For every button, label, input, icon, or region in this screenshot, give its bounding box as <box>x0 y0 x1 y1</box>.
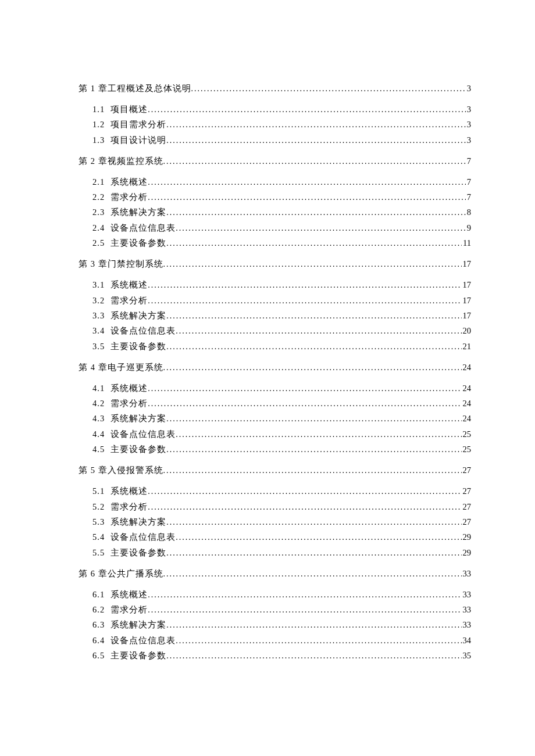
toc-entry-number: 第 1 章 <box>79 84 108 93</box>
toc-entry-number: 第 5 章 <box>79 466 108 475</box>
toc-dot-leader <box>166 135 466 146</box>
toc-dot-leader <box>148 104 466 116</box>
toc-entry-title: 主要设备参数 <box>110 443 166 456</box>
toc-chapter-row[interactable]: 第 5 章入侵报警系统27 <box>79 466 471 475</box>
toc-section-row[interactable]: 3.4设备点位信息表20 <box>79 325 471 337</box>
toc-section-row[interactable]: 6.2需求分析33 <box>79 604 471 616</box>
toc-entry-page: 17 <box>462 310 472 322</box>
toc-entry-number: 4.4 <box>92 428 105 440</box>
toc-entry-number: 4.5 <box>92 443 105 456</box>
toc-entry-title: 系统概述 <box>110 485 148 497</box>
toc-section-row[interactable]: 5.3系统解决方案27 <box>79 516 471 528</box>
toc-entry-page: 17 <box>462 260 472 268</box>
toc-dot-leader <box>166 444 461 456</box>
toc-entry-page: 21 <box>462 341 472 353</box>
toc-section-row[interactable]: 2.1系统概述7 <box>79 176 471 188</box>
toc-dot-leader <box>176 325 461 337</box>
toc-entry-page: 20 <box>462 325 472 337</box>
toc-section-row[interactable]: 6.4设备点位信息表34 <box>79 635 471 647</box>
toc-section-row[interactable]: 4.2需求分析24 <box>79 397 471 410</box>
toc-entry-number: 4.2 <box>92 397 105 410</box>
toc-section-row[interactable]: 1.2项目需求分析3 <box>79 119 471 131</box>
toc-dot-leader <box>176 635 461 647</box>
toc-entry-number: 6.3 <box>92 619 105 631</box>
toc-entry-page: 7 <box>466 191 471 203</box>
toc-entry-title: 需求分析 <box>110 604 148 616</box>
toc-entry-number: 2.4 <box>92 222 105 234</box>
toc-section-row[interactable]: 2.5主要设备参数11 <box>79 237 471 249</box>
toc-section-row[interactable]: 5.2需求分析27 <box>79 501 471 513</box>
toc-dot-leader <box>163 570 462 578</box>
toc-entry-number: 3.1 <box>92 279 105 291</box>
toc-entry-number: 6.2 <box>92 604 105 616</box>
toc-entry-number: 3.3 <box>92 310 105 322</box>
toc-section-row[interactable]: 4.4设备点位信息表25 <box>79 428 471 440</box>
toc-entry-number: 5.4 <box>92 531 105 543</box>
toc-dot-leader <box>148 589 461 601</box>
toc-entry-title: 系统解决方案 <box>110 310 166 322</box>
toc-dot-leader <box>166 413 461 425</box>
toc-section-row[interactable]: 2.2需求分析7 <box>79 191 471 203</box>
toc-dot-leader <box>148 604 461 616</box>
toc-chapter-row[interactable]: 第 3 章门禁控制系统17 <box>79 260 471 268</box>
toc-section-row[interactable]: 5.5主要设备参数29 <box>79 547 471 559</box>
toc-section-row[interactable]: 2.4设备点位信息表9 <box>79 222 471 234</box>
toc-dot-leader <box>148 177 466 188</box>
toc-entry-number: 2.1 <box>92 176 105 188</box>
toc-chapter-row[interactable]: 第 6 章公共广播系统33 <box>79 569 471 578</box>
toc-section-row[interactable]: 3.5主要设备参数21 <box>79 341 471 353</box>
toc-section-row[interactable]: 5.4设备点位信息表29 <box>79 531 471 543</box>
toc-entry-title: 主要设备参数 <box>110 650 166 662</box>
toc-entry-page: 7 <box>466 176 471 188</box>
toc-entry-page: 17 <box>462 279 472 291</box>
toc-chapter-row[interactable]: 第 4 章电子巡更系统24 <box>79 363 471 372</box>
toc-entry-page: 8 <box>466 206 471 218</box>
toc-entry-number: 2.2 <box>92 191 105 203</box>
toc-section-row[interactable]: 3.1系统概述17 <box>79 279 471 291</box>
toc-entry-page: 35 <box>462 650 472 662</box>
toc-dot-leader <box>166 207 466 218</box>
toc-section-row[interactable]: 4.3系统解决方案24 <box>79 413 471 425</box>
toc-entry-page: 27 <box>462 466 472 475</box>
toc-section-row[interactable]: 5.1系统概述27 <box>79 485 471 497</box>
toc-entry-page: 29 <box>462 547 472 559</box>
toc-entry-title: 设备点位信息表 <box>110 428 176 440</box>
toc-dot-leader <box>191 85 466 93</box>
toc-entry-title: 公共广播系统 <box>108 569 163 578</box>
toc-section-row[interactable]: 4.5主要设备参数25 <box>79 443 471 456</box>
toc-dot-leader <box>163 364 462 372</box>
toc-chapter-row[interactable]: 第 2 章视频监控系统7 <box>79 157 471 166</box>
toc-entry-title: 视频监控系统 <box>108 157 163 166</box>
toc-entry-number: 2.3 <box>92 206 105 218</box>
toc-entry-page: 33 <box>462 569 472 578</box>
toc-entry-title: 需求分析 <box>110 295 148 307</box>
toc-chapter-row[interactable]: 第 1 章工程概述及总体说明3 <box>79 84 471 93</box>
toc-section-row[interactable]: 3.3系统解决方案17 <box>79 310 471 322</box>
toc-entry-title: 主要设备参数 <box>110 547 166 559</box>
toc-section-row[interactable]: 4.1系统概述24 <box>79 382 471 395</box>
toc-entry-page: 3 <box>466 103 471 116</box>
toc-entry-title: 系统解决方案 <box>110 619 166 631</box>
toc-entry-number: 1.1 <box>92 103 105 116</box>
toc-dot-leader <box>166 119 466 131</box>
toc-entry-page: 34 <box>462 635 472 647</box>
toc-section-row[interactable]: 6.5主要设备参数35 <box>79 650 471 662</box>
toc-entry-title: 门禁控制系统 <box>108 260 163 268</box>
toc-entry-page: 24 <box>462 397 472 410</box>
toc-section-row[interactable]: 2.3系统解决方案8 <box>79 206 471 218</box>
toc-section-row[interactable]: 6.3系统解决方案33 <box>79 619 471 631</box>
toc-entry-title: 需求分析 <box>110 397 148 410</box>
toc-entry-page: 33 <box>462 589 472 601</box>
toc-entry-number: 第 3 章 <box>79 260 108 268</box>
toc-section-row[interactable]: 1.3项目设计说明3 <box>79 134 471 146</box>
toc-dot-leader <box>176 429 461 440</box>
toc-section-row[interactable]: 3.2需求分析17 <box>79 295 471 307</box>
toc-entry-title: 系统解决方案 <box>110 413 166 425</box>
toc-entry-title: 设备点位信息表 <box>110 222 176 234</box>
toc-dot-leader <box>166 547 461 559</box>
toc-entry-page: 25 <box>462 443 472 456</box>
toc-entry-title: 系统概述 <box>110 279 148 291</box>
toc-section-row[interactable]: 6.1系统概述33 <box>79 589 471 601</box>
toc-entry-page: 27 <box>462 516 472 528</box>
toc-section-row[interactable]: 1.1项目概述3 <box>79 103 471 116</box>
